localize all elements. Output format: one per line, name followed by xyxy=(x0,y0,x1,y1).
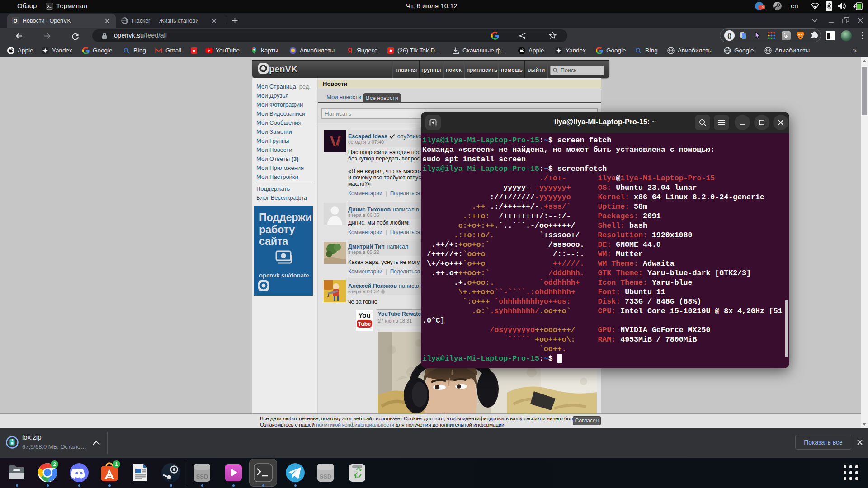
svg-text:SSD: SSD xyxy=(320,473,332,480)
svg-text:You: You xyxy=(358,311,370,319)
svg-text:SSD: SSD xyxy=(196,473,208,480)
svg-text:Tube: Tube xyxy=(358,321,371,327)
